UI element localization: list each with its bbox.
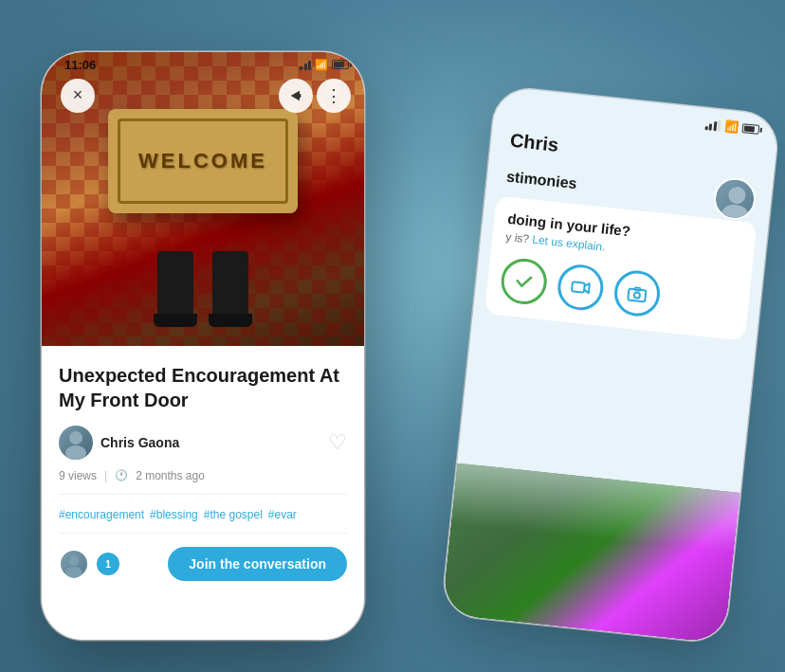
phone1-hero: WELCOME × ⋮	[42, 52, 364, 346]
author-row: Chris Gaona ♡	[59, 426, 347, 460]
boots	[157, 251, 248, 327]
phone2-signal-icon	[704, 118, 721, 132]
tag-4[interactable]: #evar	[268, 508, 297, 521]
welcome-mat-inner: WELCOME	[118, 118, 288, 204]
svg-rect-2	[572, 282, 585, 292]
author-name: Chris Gaona	[100, 435, 179, 450]
share-button[interactable]	[279, 79, 313, 113]
phone2-avatar-container	[712, 175, 758, 221]
heart-button[interactable]: ♡	[328, 430, 347, 455]
phone1-content: Unexpected Encouragement At My Front Doo…	[42, 346, 364, 640]
boot-left	[157, 251, 193, 327]
phone2-wifi-icon: 📶	[723, 119, 739, 134]
svg-point-8	[69, 555, 80, 566]
views-count: 9 views	[59, 469, 97, 482]
phone1-signal-icon	[300, 59, 311, 70]
comment-avatars	[59, 549, 89, 579]
svg-point-9	[65, 566, 82, 577]
tag-1[interactable]: #encouragement	[59, 508, 144, 521]
bottom-row: 1 Join the conversation	[59, 547, 347, 581]
comment-section: 1	[59, 549, 119, 579]
phone2-battery-icon	[741, 123, 759, 135]
subtext-label: y is?	[505, 229, 530, 245]
phone2-circle-icon-1[interactable]	[499, 256, 549, 306]
svg-point-1	[721, 203, 749, 221]
svg-point-0	[728, 186, 747, 205]
comment-avatar-1	[59, 549, 89, 579]
time-ago: 2 months ago	[136, 469, 205, 482]
avatar-icon	[714, 177, 758, 221]
section-label: stimonies	[505, 168, 577, 191]
phone2-circle-icon-3[interactable]	[612, 268, 663, 318]
tag-2[interactable]: #blessing	[150, 508, 198, 521]
phone2-icons-row	[499, 256, 738, 326]
author-avatar	[59, 426, 93, 460]
avatar-image	[59, 426, 93, 460]
phone1-time: 11:06	[64, 58, 96, 72]
close-button[interactable]: ×	[61, 79, 95, 113]
meta-divider: |	[104, 469, 107, 482]
phones-container: 📶 Chris stimonies doing	[32, 24, 753, 649]
phone2-avatar	[712, 175, 758, 221]
meta-row: 9 views | 🕐 2 months ago	[59, 469, 347, 495]
clock-icon: 🕐	[115, 469, 128, 481]
boot-right	[212, 251, 248, 327]
join-conversation-button[interactable]: Join the conversation	[168, 547, 347, 581]
phone2-bottom-image	[442, 463, 740, 643]
phone2: 📶 Chris stimonies doing	[442, 85, 780, 643]
author-info: Chris Gaona	[59, 426, 179, 460]
phone2-content: Chris stimonies doing in your life? y is…	[442, 114, 777, 643]
phone1: 11:06 📶 WELCOME	[42, 52, 364, 640]
check-icon	[513, 269, 536, 292]
phone2-circle-icon-2[interactable]	[556, 262, 606, 312]
comment-avatar-icon	[61, 549, 87, 579]
article-title: Unexpected Encouragement At My Front Doo…	[59, 363, 347, 412]
svg-point-4	[634, 292, 641, 299]
camera-icon	[626, 282, 648, 304]
tags-row: #encouragement #blessing #the gospel #ev…	[59, 508, 347, 534]
status-right-icons: 📶	[300, 59, 349, 71]
welcome-text: WELCOME	[138, 149, 267, 173]
phone1-wifi-icon: 📶	[315, 59, 328, 71]
svg-point-6	[69, 431, 82, 445]
comment-count-badge: 1	[97, 553, 119, 575]
svg-point-7	[65, 445, 86, 460]
author-avatar-icon	[59, 426, 93, 460]
phone1-status-bar: 11:06 📶	[64, 58, 349, 72]
share-icon	[288, 88, 303, 103]
more-button[interactable]: ⋮	[317, 79, 351, 113]
welcome-mat: WELCOME	[108, 109, 298, 213]
video-icon	[569, 276, 592, 299]
phone1-battery-icon	[332, 60, 349, 69]
tag-3[interactable]: #the gospel	[204, 508, 263, 521]
